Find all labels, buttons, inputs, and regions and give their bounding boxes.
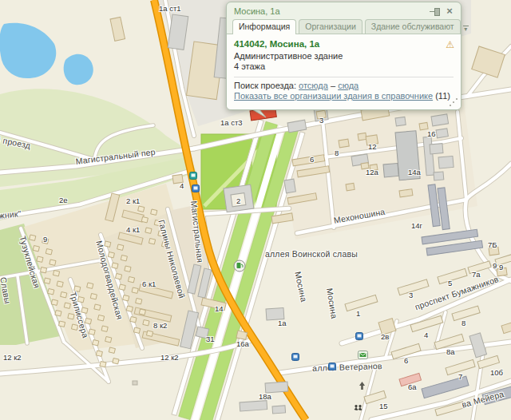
direction-arrow-icon[interactable] bbox=[358, 381, 366, 390]
orgs-count: (11) bbox=[435, 91, 450, 101]
tabs-overflow-icon[interactable]: ▾ bbox=[463, 26, 469, 31]
show-organ​izations-link[interactable]: Показать все организации здания в справо… bbox=[234, 91, 433, 101]
pedestrians-icon[interactable] bbox=[353, 404, 363, 413]
tab-information[interactable]: Информация bbox=[232, 19, 296, 34]
post-office-icon[interactable] bbox=[358, 351, 368, 359]
resize-handle-icon[interactable] bbox=[450, 105, 451, 106]
route-search-label: Поиск проезда: bbox=[234, 81, 296, 90]
divider bbox=[234, 77, 454, 77]
building-type: Административное здание bbox=[234, 51, 454, 62]
tab-organizations[interactable]: Организации bbox=[299, 19, 362, 34]
route-to-link[interactable]: сюда bbox=[338, 81, 358, 90]
info-balloon: Мосина, 1а × ИнформацияОрганизацииЗдание… bbox=[226, 2, 461, 110]
orgs-row: Показать все организации здания в справо… bbox=[234, 91, 454, 102]
tab-building-services[interactable]: Здание обслуживают bbox=[365, 19, 461, 34]
gas-station-icon[interactable] bbox=[233, 260, 246, 272]
pin-icon[interactable] bbox=[430, 7, 441, 15]
bus-stop-icon[interactable] bbox=[355, 332, 363, 340]
close-icon[interactable]: × bbox=[444, 6, 455, 17]
bus-stop-icon[interactable] bbox=[291, 353, 299, 361]
warning-icon: ⚠ bbox=[446, 40, 454, 50]
route-dash: – bbox=[331, 81, 335, 90]
tram-stop-icon[interactable] bbox=[189, 172, 197, 180]
map-canvas[interactable]: й проездМагистральный перМагистральнаяжн… bbox=[0, 0, 511, 420]
balloon-body: ⚠ 414042, Мосина, 1а Административное зд… bbox=[227, 34, 461, 109]
building-address: 414042, Мосина, 1а bbox=[234, 39, 454, 50]
building-floors: 4 этажа bbox=[234, 61, 454, 73]
route-search-row: Поиск проезда: отсюда – сюда bbox=[234, 81, 454, 92]
balloon-header: Мосина, 1а × bbox=[227, 2, 461, 18]
bus-stop-icon[interactable] bbox=[192, 184, 200, 192]
bus-stop-icon[interactable] bbox=[328, 363, 336, 370]
balloon-tabs: ИнформацияОрганизацииЗдание обслуживают▾ bbox=[227, 18, 461, 34]
route-from-link[interactable]: отсюда bbox=[299, 81, 328, 90]
balloon-title: Мосина, 1а bbox=[234, 6, 430, 16]
